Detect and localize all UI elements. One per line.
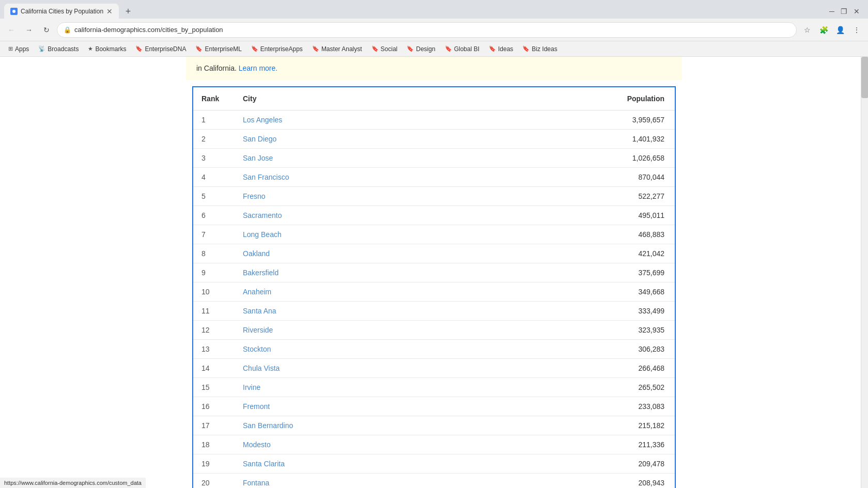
city-cell: Fresno (235, 187, 474, 206)
city-link[interactable]: Chula Vista (243, 364, 280, 372)
rank-cell: 6 (193, 206, 235, 225)
city-cell: Anaheim (235, 282, 474, 302)
table-row: 5Fresno522,277 (193, 187, 675, 206)
cities-table: Rank City Population 1Los Angeles3,959,6… (193, 87, 675, 488)
rank-cell: 3 (193, 149, 235, 168)
enterprisedna-icon: 🔖 (135, 45, 143, 52)
city-link[interactable]: Fresno (243, 192, 266, 200)
bookmark-apps[interactable]: ⊞ Apps (4, 44, 33, 54)
city-link[interactable]: Oakland (243, 249, 270, 258)
url-text: california-demographics.com/cities_by_po… (74, 26, 223, 34)
profile-icon[interactable]: 👤 (833, 23, 847, 37)
rank-cell: 19 (193, 454, 235, 474)
tab-favicon (10, 8, 18, 15)
bookmark-design[interactable]: 🔖 Design (402, 44, 439, 54)
city-link[interactable]: Santa Ana (243, 307, 276, 315)
table-row: 7Long Beach468,883 (193, 225, 675, 244)
table-row: 3San Jose1,026,658 (193, 149, 675, 168)
bookmark-bookmarks[interactable]: ★ Bookmarks (84, 44, 130, 54)
tab-close-button[interactable]: ✕ (106, 7, 113, 15)
rank-cell: 2 (193, 130, 235, 149)
window-controls: ─ ❐ ✕ (829, 7, 864, 15)
city-cell: Bakersfield (235, 263, 474, 282)
rank-cell: 17 (193, 416, 235, 435)
city-link[interactable]: Irvine (243, 383, 260, 391)
social-icon: 🔖 (371, 45, 379, 52)
city-cell: San Diego (235, 130, 474, 149)
city-link[interactable]: Modesto (243, 440, 271, 449)
city-link[interactable]: Bakersfield (243, 269, 278, 277)
city-cell: Modesto (235, 435, 474, 454)
status-url: https://www.california-demographics.com/… (4, 480, 142, 486)
population-column-header: Population (474, 87, 675, 111)
notice-banner: in California. Learn more. (186, 57, 682, 80)
city-link[interactable]: San Francisco (243, 173, 289, 181)
menu-icon[interactable]: ⋮ (849, 23, 864, 37)
apps-icon: ⊞ (8, 45, 13, 52)
rank-cell: 18 (193, 435, 235, 454)
master-analyst-icon: 🔖 (312, 45, 319, 52)
city-link[interactable]: Fremont (243, 402, 270, 411)
city-link[interactable]: Stockton (243, 345, 271, 353)
address-bar[interactable]: 🔒 california-demographics.com/cities_by_… (57, 22, 797, 38)
rank-cell: 10 (193, 282, 235, 302)
active-tab[interactable]: California Cities by Population ✕ (4, 4, 119, 19)
rank-cell: 4 (193, 168, 235, 187)
city-link[interactable]: San Jose (243, 154, 273, 162)
city-link[interactable]: San Bernardino (243, 421, 293, 430)
city-link[interactable]: San Diego (243, 135, 276, 143)
city-link[interactable]: Fontana (243, 479, 269, 487)
restore-button[interactable]: ❐ (841, 7, 847, 15)
city-cell: Chula Vista (235, 359, 474, 378)
rank-cell: 15 (193, 378, 235, 397)
table-row: 6Sacramento495,011 (193, 206, 675, 225)
bookmark-enterprisedna[interactable]: 🔖 EnterpriseDNA (131, 44, 190, 54)
tab-bar: California Cities by Population ✕ + ─ ❐ … (0, 0, 868, 19)
learn-more-link[interactable]: Learn more. (239, 64, 277, 72)
bookmark-global-bi[interactable]: 🔖 Global BI (441, 44, 484, 54)
population-cell: 306,283 (474, 340, 675, 359)
bookmark-enterpriseml[interactable]: 🔖 EnterpriseML (191, 44, 245, 54)
bookmarks-icon: ★ (88, 45, 93, 52)
bookmark-biz-ideas[interactable]: 🔖 Biz Ideas (518, 44, 561, 54)
city-link[interactable]: Riverside (243, 326, 273, 334)
forward-button[interactable]: → (22, 23, 36, 37)
city-link[interactable]: Sacramento (243, 211, 282, 219)
bookmark-master-analyst[interactable]: 🔖 Master Analyst (308, 44, 366, 54)
city-link[interactable]: Los Angeles (243, 116, 282, 124)
browser-chrome: California Cities by Population ✕ + ─ ❐ … (0, 0, 868, 57)
population-cell: 323,935 (474, 321, 675, 340)
back-button[interactable]: ← (4, 23, 19, 37)
city-link[interactable]: Anaheim (243, 288, 271, 296)
bookmark-broadcasts[interactable]: 📡 Broadcasts (34, 44, 83, 54)
city-cell: Irvine (235, 378, 474, 397)
refresh-button[interactable]: ↻ (39, 23, 54, 37)
broadcasts-icon: 📡 (38, 45, 45, 52)
bookmark-ideas[interactable]: 🔖 Ideas (485, 44, 517, 54)
enterpriseapps-icon: 🔖 (251, 45, 258, 52)
minimize-button[interactable]: ─ (829, 7, 834, 15)
population-cell: 495,011 (474, 206, 675, 225)
city-cell: Sacramento (235, 206, 474, 225)
new-tab-button[interactable]: + (121, 4, 135, 19)
table-row: 13Stockton306,283 (193, 340, 675, 359)
tab-title: California Cities by Population (21, 8, 103, 15)
rank-cell: 8 (193, 244, 235, 263)
city-link[interactable]: Santa Clarita (243, 460, 285, 468)
city-cell: Los Angeles (235, 111, 474, 130)
population-cell: 522,277 (474, 187, 675, 206)
rank-column-header: Rank (193, 87, 235, 111)
bookmark-enterpriseapps[interactable]: 🔖 EnterpriseApps (247, 44, 307, 54)
rank-cell: 7 (193, 225, 235, 244)
scrollbar[interactable] (861, 57, 868, 488)
bookmark-social[interactable]: 🔖 Social (367, 44, 402, 54)
bookmarks-bar: ⊞ Apps 📡 Broadcasts ★ Bookmarks 🔖 Enterp… (0, 41, 868, 57)
scrollbar-thumb[interactable] (861, 57, 868, 98)
city-cell: San Jose (235, 149, 474, 168)
population-cell: 215,182 (474, 416, 675, 435)
city-link[interactable]: Long Beach (243, 230, 282, 239)
star-icon[interactable]: ☆ (800, 23, 814, 37)
close-button[interactable]: ✕ (854, 7, 860, 15)
biz-ideas-icon: 🔖 (522, 45, 530, 52)
extensions-icon[interactable]: 🧩 (816, 23, 831, 37)
